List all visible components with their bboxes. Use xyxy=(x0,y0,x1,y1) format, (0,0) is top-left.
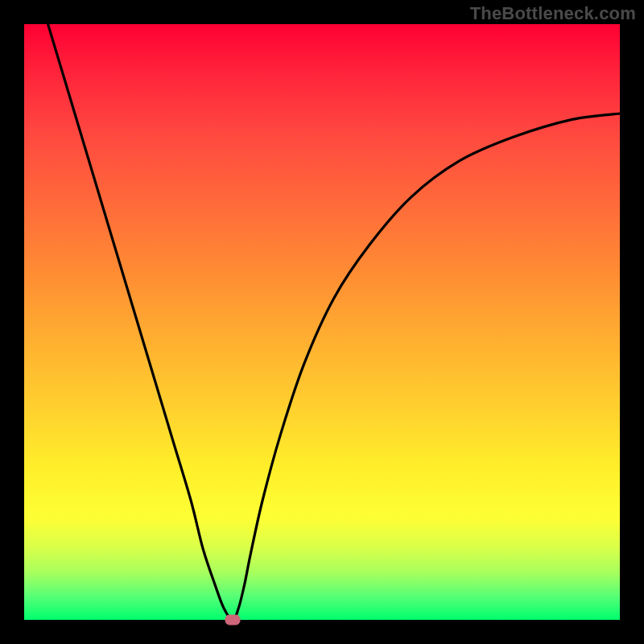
bottleneck-curve xyxy=(48,24,620,620)
watermark-label: TheBottleneck.com xyxy=(470,3,636,24)
minimum-marker xyxy=(225,615,240,625)
chart-container: TheBottleneck.com xyxy=(0,0,644,644)
curve-layer xyxy=(24,24,620,620)
plot-area xyxy=(24,24,620,620)
